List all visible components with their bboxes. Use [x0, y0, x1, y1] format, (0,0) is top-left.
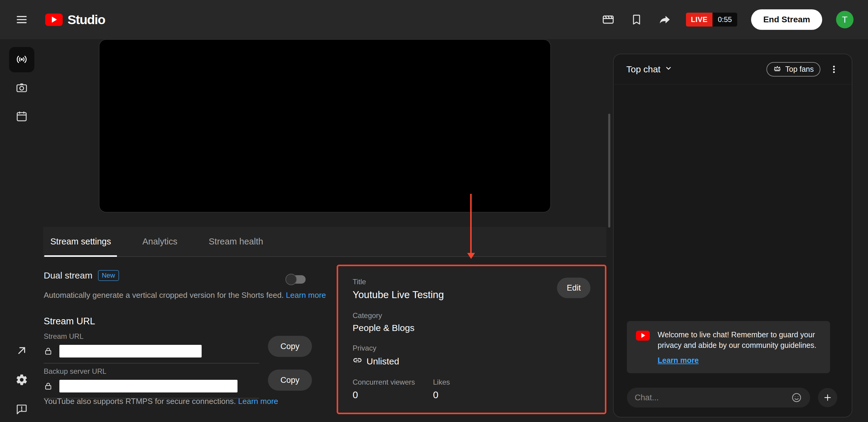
- youtube-play-icon: [636, 331, 650, 341]
- backup-server-url-input[interactable]: [59, 380, 238, 392]
- end-stream-button[interactable]: End Stream: [751, 9, 822, 30]
- broadcast-icon: [16, 53, 28, 67]
- dual-stream-learn-more-link[interactable]: Learn more: [286, 291, 326, 300]
- top-fans-label: Top fans: [785, 65, 814, 73]
- chat-mode-label: Top chat: [626, 64, 660, 74]
- avatar[interactable]: T: [836, 11, 854, 28]
- chat-welcome-card: Welcome to live chat! Remember to guard …: [627, 321, 830, 373]
- stream-title: Youtube Live Testing: [352, 289, 444, 301]
- sidebar-item-manage[interactable]: [9, 104, 34, 129]
- copy-stream-url-button[interactable]: Copy: [268, 336, 312, 357]
- chat-input[interactable]: [635, 393, 786, 402]
- link-icon: [352, 355, 362, 367]
- dual-stream-label: Dual stream: [44, 270, 93, 281]
- likes-label: Likes: [433, 378, 450, 386]
- bookmark-icon[interactable]: [629, 12, 644, 27]
- tab-bar: Stream settings Analytics Stream health: [43, 227, 607, 257]
- stream-settings-panel: Dual stream New Automatically generate a…: [43, 257, 607, 422]
- tab-stream-settings[interactable]: Stream settings: [44, 227, 117, 256]
- copy-backup-url-button[interactable]: Copy: [268, 369, 312, 391]
- new-badge: New: [98, 270, 119, 281]
- dual-stream-description: Automatically generate a vertical croppe…: [44, 291, 326, 300]
- title-label: Title: [352, 278, 444, 286]
- tab-analytics[interactable]: Analytics: [136, 227, 183, 256]
- rtmps-note: YouTube also supports RTMPS for secure c…: [44, 397, 278, 406]
- share-icon[interactable]: [658, 12, 672, 27]
- calendar-icon: [16, 110, 28, 123]
- sidebar-item-webcam[interactable]: [9, 76, 34, 101]
- chat-messages-area: Welcome to live chat! Remember to guard …: [614, 84, 852, 417]
- stream-url-heading: Stream URL: [44, 316, 95, 327]
- stream-url-field-label: Stream URL: [44, 332, 259, 341]
- likes: Likes 0: [433, 378, 450, 401]
- chat-input-row: [627, 388, 837, 408]
- welcome-text: Welcome to live chat! Remember to guard …: [658, 329, 821, 351]
- category-label: Category: [352, 311, 590, 320]
- rtmps-learn-more-link[interactable]: Learn more: [238, 397, 278, 406]
- emoji-icon[interactable]: [791, 392, 802, 403]
- toggle-knob: [285, 274, 297, 285]
- sidebar-item-open-external[interactable]: [9, 338, 34, 364]
- dual-stream-description-text: Automatically generate a vertical croppe…: [44, 291, 284, 300]
- lock-icon: [44, 382, 53, 391]
- youtube-studio-logo[interactable]: Studio: [45, 12, 105, 27]
- stream-info-card: Title Youtube Live Testing Edit Category…: [337, 265, 607, 414]
- live-status-chip: LIVE 0:55: [686, 13, 737, 27]
- chevron-down-icon: [664, 64, 673, 75]
- video-player[interactable]: [99, 39, 551, 212]
- sidebar-item-settings[interactable]: [9, 367, 34, 393]
- backup-server-url-field: Backup server URL: [44, 367, 259, 398]
- stream-url-field: Stream URL: [44, 332, 259, 364]
- dual-stream-toggle[interactable]: [286, 275, 306, 284]
- viewers-count: 0: [352, 389, 415, 401]
- stream-url-input[interactable]: [59, 345, 202, 358]
- crown-icon: [773, 64, 781, 74]
- edit-button[interactable]: Edit: [557, 278, 590, 298]
- sidebar-item-feedback[interactable]: [9, 397, 34, 422]
- feedback-icon: [16, 403, 28, 416]
- chat-mode-dropdown[interactable]: Top chat: [626, 64, 673, 75]
- privacy-label: Privacy: [352, 344, 590, 352]
- tab-stream-health[interactable]: Stream health: [203, 227, 270, 256]
- likes-count: 0: [433, 389, 450, 401]
- lock-icon: [44, 346, 53, 356]
- live-badge: LIVE: [686, 13, 712, 27]
- main-content: Stream settings Analytics Stream health …: [43, 39, 607, 422]
- menu-icon[interactable]: [14, 12, 29, 27]
- sidebar-item-stream[interactable]: [9, 47, 34, 72]
- chat-menu-kebab-icon[interactable]: [829, 64, 839, 74]
- backup-server-url-label: Backup server URL: [44, 367, 259, 375]
- rtmps-note-text: YouTube also supports RTMPS for secure c…: [44, 397, 236, 406]
- external-arrow-icon: [16, 344, 28, 358]
- gear-icon: [16, 373, 28, 387]
- main-scrollbar[interactable]: [608, 114, 610, 228]
- concurrent-viewers: Concurrent viewers 0: [352, 378, 415, 401]
- annotation-arrow: [470, 194, 472, 253]
- youtube-play-icon: [45, 13, 63, 26]
- privacy-value: Unlisted: [367, 356, 399, 366]
- brand-name: Studio: [67, 12, 105, 27]
- top-fans-button[interactable]: Top fans: [767, 62, 820, 77]
- chat-learn-more-link[interactable]: Learn more: [658, 356, 699, 365]
- chat-input-pill[interactable]: [627, 388, 810, 408]
- add-icon[interactable]: [818, 388, 837, 407]
- left-sidebar: [0, 39, 43, 422]
- live-chat-panel: Top chat Top fans Welcome to live chat! …: [613, 54, 852, 418]
- chat-header: Top chat Top fans: [614, 54, 852, 84]
- viewers-label: Concurrent viewers: [352, 378, 415, 386]
- clapperboard-icon[interactable]: [601, 12, 615, 27]
- category-value: People & Blogs: [352, 323, 590, 333]
- live-timer: 0:55: [712, 13, 738, 27]
- top-bar: Studio LIVE 0:55 End Stream T: [0, 0, 868, 39]
- camera-icon: [16, 81, 28, 95]
